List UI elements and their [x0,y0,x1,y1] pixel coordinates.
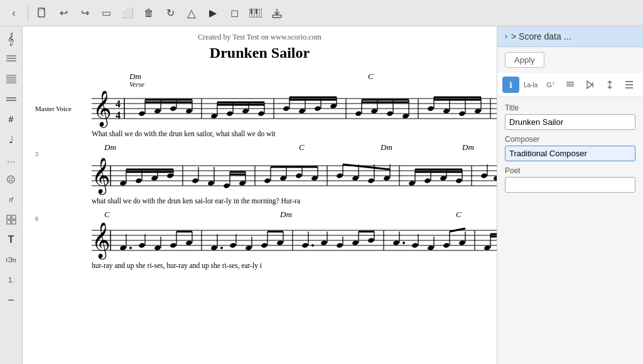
minus-button[interactable]: − [3,291,20,309]
svg-rect-24 [12,220,16,224]
sharp-button[interactable]: # [3,110,20,128]
section-verse: Verse [129,80,144,88]
svg-point-47 [226,110,233,116]
svg-point-178 [129,247,132,249]
apply-button[interactable]: Apply [505,52,544,68]
svg-point-144 [383,175,390,181]
svg-point-108 [135,178,142,183]
metronome-button[interactable]: △ [183,4,200,22]
tab-voice[interactable] [581,77,598,93]
svg-point-198 [276,240,283,245]
tab-lala[interactable]: La-la [522,77,539,93]
svg-line-146 [343,164,390,169]
chord-c-4: C [456,210,462,220]
poet-label: Poet [505,166,635,175]
tab-info[interactable]: ℹ [502,77,519,93]
title-label: Title [505,104,635,112]
face-button[interactable]: ☹ [3,171,20,188]
svg-point-176 [119,245,126,250]
piano-roll-button[interactable] [247,4,264,22]
poet-input[interactable] [505,177,635,193]
tab-menu[interactable] [621,77,638,93]
svg-point-179 [138,242,145,248]
svg-rect-8 [256,9,257,14]
svg-point-67 [355,110,362,116]
composer-input[interactable] [505,146,635,161]
svg-point-185 [185,240,192,245]
divider-1 [28,6,28,20]
svg-point-161 [480,173,487,178]
text-button[interactable]: T [3,231,20,249]
multi-lines-button[interactable] [3,70,20,88]
svg-rect-7 [251,9,252,14]
right-panel: › > Score data ... Apply ℹ La-la G⁷ [497,26,643,364]
top-toolbar: ‹ ↩ ↪ ▭ ⬜ 🗑 ↻ △ ▶ ◻ [0,0,643,26]
svg-point-194 [245,245,252,250]
double-line-button[interactable] [3,90,20,108]
measure-number-3: 3 [35,151,38,158]
score-data-header[interactable]: › > Score data ... [497,26,643,47]
svg-point-222 [443,242,450,248]
svg-point-82 [458,110,465,116]
composer-label: Composer [505,135,635,144]
loop-button[interactable]: ↻ [161,4,179,22]
svg-point-128 [264,178,271,183]
score-title: Drunken Sailor [35,45,484,62]
svg-text:𝄞: 𝄞 [92,223,111,260]
svg-rect-23 [7,220,11,224]
svg-point-189 [210,245,217,250]
treble-clef-button[interactable]: 𝄞 [3,30,20,48]
svg-point-69 [370,108,377,114]
svg-point-205 [320,240,327,245]
play-button[interactable]: ▶ [204,4,222,22]
select-rect2-button[interactable]: ⬜ [119,4,136,22]
lyrics-3: hur-ray and up she ri-ses, hur-ray and u… [92,262,484,269]
svg-point-152 [440,175,446,181]
svg-point-134 [311,175,318,181]
note-button[interactable]: ♩ [3,131,20,148]
delete-button[interactable]: 🗑 [140,4,158,22]
poet-group: Poet [505,166,635,193]
file-button[interactable] [33,4,51,22]
svg-point-142 [367,178,374,183]
staff-svg-1: 𝄞 4 4 [85,91,497,129]
redo-button[interactable]: ↪ [76,4,94,22]
tab-lines[interactable] [561,77,578,93]
title-input[interactable] [505,114,635,130]
svg-point-132 [295,173,302,178]
repeat-button[interactable]: 1. [3,271,20,289]
chord-c-1: C [368,72,374,82]
lyrics-button[interactable]: rЭn [3,251,20,269]
svg-point-150 [424,178,431,183]
chord-dm-5: Dm [280,210,292,220]
svg-point-215 [392,240,399,245]
export-button[interactable] [268,4,286,22]
svg-text:4: 4 [116,110,121,120]
dynamic-button[interactable]: rf [3,191,20,208]
svg-point-40 [185,108,192,114]
tab-tuning[interactable] [601,77,618,93]
svg-rect-9 [273,15,281,18]
select-rect-button[interactable]: ▭ [97,4,115,22]
grid-button[interactable] [3,211,20,228]
dots-button[interactable]: … [3,151,20,168]
score-area[interactable]: Created by Test Test on www.scorio.com D… [23,26,497,364]
undo-button[interactable]: ↩ [55,4,72,22]
main-area: 𝄞 # ♩ … ☹ rf T rЭn 1. − Created by Test … [0,26,643,364]
form-area: Title Composer Poet [497,97,643,199]
svg-point-202 [301,242,308,248]
stop-button[interactable]: ◻ [225,4,243,22]
svg-point-51 [257,110,264,116]
staff-lines-button[interactable] [3,50,20,68]
score-subtitle: Created by Test Test on www.scorio.com [35,33,484,42]
tabs-row: ℹ La-la G⁷ [497,73,643,97]
svg-point-183 [170,242,176,248]
svg-rect-21 [7,215,11,219]
back-arrow-button[interactable]: ‹ [5,4,23,22]
svg-point-224 [458,240,465,245]
svg-point-148 [408,180,415,186]
tab-chord[interactable]: G⁷ [542,77,559,93]
svg-point-218 [411,242,418,248]
chord-dm-2: Dm [104,142,116,153]
svg-point-34 [138,110,145,116]
